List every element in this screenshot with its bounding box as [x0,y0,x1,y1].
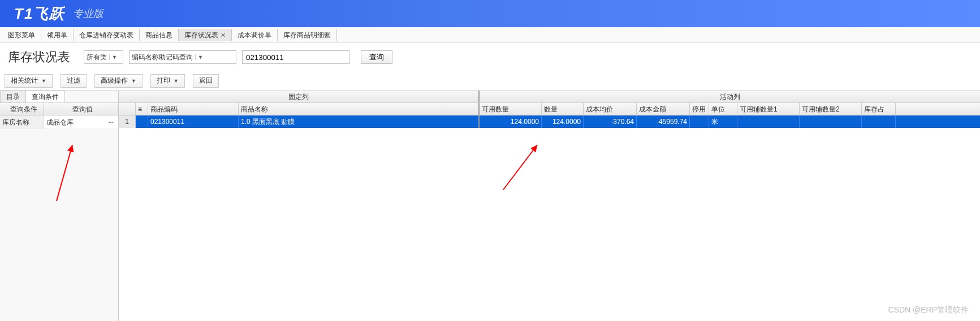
page-title: 库存状况表 [8,49,70,66]
tab-inventory-change[interactable]: 仓库进销存变动表 [74,29,140,41]
tab-cost-adjust[interactable]: 成本调价单 [232,29,278,41]
tab-label: 仓库进销存变动表 [79,29,133,41]
sidebar-header-cond: 查询条件 [0,103,44,115]
col-qty[interactable]: 数量 [542,103,584,115]
tab-strip: 图形菜单 领用单 仓库进销存变动表 商品信息 库存状况表✕ 成本调价单 库存商品… [0,27,980,43]
cell-stock [862,115,896,128]
tab-requisition[interactable]: 领用单 [41,29,74,41]
col-aux2[interactable]: 可用辅数量2 [800,103,862,115]
table-row[interactable]: 1 021300011 1.0 黑面黑底 贴膜 124.0000 124.000… [119,115,980,128]
close-icon[interactable]: ✕ [221,29,226,41]
group-active: 活动列 [480,91,980,102]
cell-costamt: -45959.74 [637,115,690,128]
tab-label: 图形菜单 [8,29,35,41]
sidebar: 目录 查询条件 查询条件 查询值 库房名称 成品仓库 ··· [0,91,119,321]
chevron-down-icon: ▼ [131,78,136,84]
col-unit[interactable]: 单位 [709,103,737,115]
col-rownum [119,103,136,115]
cell-handle [136,115,148,128]
grid-columns: ≡ 商品编码 商品名称 可用数量 数量 成本均价 成本金额 停用 单位 可用辅数… [119,103,980,115]
print-button[interactable]: 打印▼ [150,74,185,88]
col-stop[interactable]: 停用 [690,103,709,115]
col-avgcost[interactable]: 成本均价 [584,103,637,115]
btn-label: 相关统计 [11,76,38,85]
edition-label: 专业版 [73,7,103,20]
category-dropdown[interactable]: 所有类 ▼ [84,50,123,64]
tab-label: 商品信息 [145,29,172,41]
cell-aux1 [737,115,800,128]
tab-label: 库存状况表 [184,29,218,41]
col-costamt[interactable]: 成本金额 [637,103,690,115]
group-fixed: 固定列 [119,91,480,102]
tab-graphic-menu[interactable]: 图形菜单 [2,29,41,41]
col-avail[interactable]: 可用数量 [480,103,542,115]
chevron-down-icon: ▼ [195,54,205,60]
tab-label: 成本调价单 [238,29,271,41]
tab-inventory-status[interactable]: 库存状况表✕ [179,29,232,41]
btn-label: 过滤 [67,76,80,85]
col-handle[interactable]: ≡ [136,103,148,115]
btn-label: 打印 [157,76,170,85]
cell-code: 021300011 [148,115,239,128]
cell-qty: 124.0000 [542,115,584,128]
stats-button[interactable]: 相关统计▼ [5,74,53,88]
btn-label: 高级操作 [101,76,128,85]
advanced-button[interactable]: 高级操作▼ [94,74,143,88]
sidebar-header-val: 查询值 [44,103,118,115]
logo: T1飞跃 [14,4,65,24]
cell-stop [690,115,709,128]
sidebar-row-warehouse: 库房名称 成品仓库 ··· [0,115,118,129]
search-field-dropdown[interactable]: 编码名称助记码查询 ▼ [129,50,236,64]
category-value: 所有类 [87,53,107,62]
sidebar-tabs: 目录 查询条件 [0,91,118,103]
sidebar-header: 查询条件 查询值 [0,103,118,115]
chevron-down-icon: ▼ [109,54,119,60]
cell-rownum: 1 [119,115,136,128]
col-stock[interactable]: 库存占 [862,103,896,115]
query-button[interactable]: 查询 [361,50,392,64]
cell-avgcost: -370.64 [584,115,637,128]
sidebar-cond-label: 库房名称 [0,115,44,129]
cell-aux2 [800,115,862,128]
col-code[interactable]: 商品编码 [148,103,239,115]
chevron-down-icon: ▼ [41,78,46,84]
tab-inventory-detail[interactable]: 库存商品明细账 [278,29,337,41]
tab-label: 领用单 [47,29,67,41]
tab-label: 库存商品明细账 [283,29,331,41]
title-bar: 库存状况表 所有类 ▼ 编码名称助记码查询 ▼ 查询 [0,43,980,71]
sidebar-cond-value: 成品仓库 [46,115,74,129]
header-banner: T1飞跃 专业版 [0,0,980,27]
chevron-down-icon: ▼ [174,78,179,84]
col-aux1[interactable]: 可用辅数量1 [737,103,800,115]
data-grid: 固定列 活动列 ≡ 商品编码 商品名称 可用数量 数量 成本均价 成本金额 停用… [119,91,980,321]
toolbar: 相关统计▼ 过滤 高级操作▼ 打印▼ 返回 [0,71,980,91]
sidebar-cond-value-cell[interactable]: 成品仓库 ··· [44,115,118,129]
search-input[interactable] [242,50,349,64]
main-area: 目录 查询条件 查询条件 查询值 库房名称 成品仓库 ··· 固定列 活动列 ≡… [0,91,980,321]
sidebar-tab-catalog[interactable]: 目录 [0,91,26,102]
back-button[interactable]: 返回 [193,74,219,88]
cell-avail: 124.0000 [480,115,542,128]
watermark: CSDN @ERP管理软件 [888,305,969,315]
cell-name: 1.0 黑面黑底 贴膜 [239,115,480,128]
col-name[interactable]: 商品名称 [239,103,480,115]
btn-label: 返回 [199,76,213,85]
sidebar-tab-query-cond[interactable]: 查询条件 [25,91,65,102]
search-field-label: 编码名称助记码查询 [132,53,193,62]
cell-unit: 米 [709,115,737,128]
grid-group-header: 固定列 活动列 [119,91,980,103]
ellipsis-icon[interactable]: ··· [106,115,116,129]
tab-product-info[interactable]: 商品信息 [140,29,179,41]
filter-button[interactable]: 过滤 [61,74,87,88]
